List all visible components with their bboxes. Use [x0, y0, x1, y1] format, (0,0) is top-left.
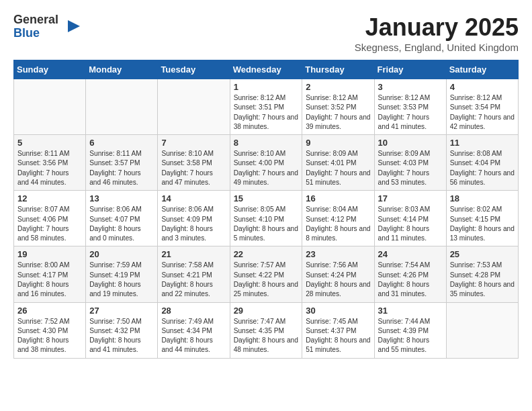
day-number: 4	[450, 82, 515, 92]
day-info: Sunrise: 8:02 AM Sunset: 4:15 PM Dayligh…	[450, 205, 515, 243]
day-info: Sunrise: 7:59 AM Sunset: 4:19 PM Dayligh…	[89, 261, 154, 299]
calendar-cell: 21Sunrise: 7:58 AM Sunset: 4:21 PM Dayli…	[158, 246, 230, 302]
calendar-cell: 15Sunrise: 8:05 AM Sunset: 4:10 PM Dayli…	[230, 191, 302, 246]
day-info: Sunrise: 8:10 AM Sunset: 4:00 PM Dayligh…	[234, 149, 299, 187]
title-section: January 2025 Skegness, England, United K…	[355, 13, 519, 53]
day-number: 19	[17, 249, 82, 259]
calendar-cell: 2Sunrise: 8:12 AM Sunset: 3:52 PM Daylig…	[302, 79, 374, 135]
calendar-cell: 16Sunrise: 8:04 AM Sunset: 4:12 PM Dayli…	[302, 191, 374, 246]
calendar-cell: 27Sunrise: 7:50 AM Sunset: 4:32 PM Dayli…	[86, 302, 158, 358]
day-info: Sunrise: 8:05 AM Sunset: 4:10 PM Dayligh…	[234, 205, 299, 243]
calendar-cell	[86, 79, 158, 135]
day-number: 1	[234, 82, 299, 92]
calendar-cell: 10Sunrise: 8:09 AM Sunset: 4:03 PM Dayli…	[374, 135, 446, 191]
day-info: Sunrise: 8:11 AM Sunset: 3:57 PM Dayligh…	[89, 149, 154, 187]
day-number: 31	[378, 306, 443, 316]
calendar-week-row: 5Sunrise: 8:11 AM Sunset: 3:56 PM Daylig…	[14, 135, 519, 191]
day-info: Sunrise: 7:54 AM Sunset: 4:26 PM Dayligh…	[378, 261, 443, 299]
day-number: 3	[378, 82, 443, 92]
calendar-cell: 29Sunrise: 7:47 AM Sunset: 4:35 PM Dayli…	[230, 302, 302, 358]
weekday-header-row: SundayMondayTuesdayWednesdayThursdayFrid…	[14, 60, 519, 79]
calendar-cell: 5Sunrise: 8:11 AM Sunset: 3:56 PM Daylig…	[14, 135, 86, 191]
page-header: General Blue January 2025 Skegness, Engl…	[13, 13, 519, 53]
calendar-cell	[446, 302, 518, 358]
calendar-cell: 26Sunrise: 7:52 AM Sunset: 4:30 PM Dayli…	[14, 302, 86, 358]
day-info: Sunrise: 7:49 AM Sunset: 4:34 PM Dayligh…	[161, 317, 226, 355]
day-info: Sunrise: 7:47 AM Sunset: 4:35 PM Dayligh…	[234, 317, 299, 355]
calendar-week-row: 12Sunrise: 8:07 AM Sunset: 4:06 PM Dayli…	[14, 191, 519, 246]
calendar-cell	[14, 79, 86, 135]
logo-icon	[61, 17, 81, 37]
logo-general: General	[13, 13, 58, 27]
day-number: 18	[450, 193, 515, 203]
day-number: 12	[17, 193, 82, 203]
day-info: Sunrise: 7:45 AM Sunset: 4:37 PM Dayligh…	[306, 317, 370, 355]
day-info: Sunrise: 8:06 AM Sunset: 4:09 PM Dayligh…	[161, 205, 226, 243]
day-info: Sunrise: 8:03 AM Sunset: 4:14 PM Dayligh…	[378, 205, 443, 243]
day-number: 17	[378, 193, 443, 203]
calendar-cell: 30Sunrise: 7:45 AM Sunset: 4:37 PM Dayli…	[302, 302, 374, 358]
day-number: 15	[234, 193, 299, 203]
day-info: Sunrise: 8:12 AM Sunset: 3:53 PM Dayligh…	[378, 93, 443, 132]
day-number: 25	[450, 249, 515, 259]
day-number: 11	[450, 138, 515, 148]
calendar-cell: 19Sunrise: 8:00 AM Sunset: 4:17 PM Dayli…	[14, 246, 86, 302]
day-number: 14	[161, 193, 226, 203]
day-info: Sunrise: 7:56 AM Sunset: 4:24 PM Dayligh…	[306, 261, 370, 299]
day-number: 20	[89, 249, 154, 259]
calendar-cell: 7Sunrise: 8:10 AM Sunset: 3:58 PM Daylig…	[158, 135, 230, 191]
day-number: 26	[17, 306, 82, 316]
day-info: Sunrise: 8:09 AM Sunset: 4:03 PM Dayligh…	[378, 149, 443, 187]
day-info: Sunrise: 8:10 AM Sunset: 3:58 PM Dayligh…	[161, 149, 226, 187]
day-number: 2	[306, 82, 370, 92]
day-info: Sunrise: 7:57 AM Sunset: 4:22 PM Dayligh…	[234, 261, 299, 299]
day-info: Sunrise: 8:04 AM Sunset: 4:12 PM Dayligh…	[306, 205, 370, 243]
svg-marker-0	[68, 20, 80, 32]
weekday-header: Tuesday	[158, 60, 230, 79]
day-number: 7	[161, 138, 226, 148]
calendar-cell: 23Sunrise: 7:56 AM Sunset: 4:24 PM Dayli…	[302, 246, 374, 302]
day-number: 10	[378, 138, 443, 148]
day-number: 27	[89, 306, 154, 316]
calendar-cell: 11Sunrise: 8:08 AM Sunset: 4:04 PM Dayli…	[446, 135, 518, 191]
calendar-cell: 25Sunrise: 7:53 AM Sunset: 4:28 PM Dayli…	[446, 246, 518, 302]
weekday-header: Friday	[374, 60, 446, 79]
day-number: 5	[17, 138, 82, 148]
calendar-cell: 9Sunrise: 8:09 AM Sunset: 4:01 PM Daylig…	[302, 135, 374, 191]
day-number: 28	[161, 306, 226, 316]
day-number: 21	[161, 249, 226, 259]
month-title: January 2025	[355, 13, 519, 42]
calendar-cell: 8Sunrise: 8:10 AM Sunset: 4:00 PM Daylig…	[230, 135, 302, 191]
day-number: 8	[234, 138, 299, 148]
day-info: Sunrise: 7:58 AM Sunset: 4:21 PM Dayligh…	[161, 261, 226, 299]
day-number: 9	[306, 138, 370, 148]
calendar-cell	[158, 79, 230, 135]
weekday-header: Saturday	[446, 60, 518, 79]
logo-blue: Blue	[13, 27, 58, 40]
location: Skegness, England, United Kingdom	[355, 42, 519, 53]
logo: General Blue	[13, 13, 81, 40]
day-number: 6	[89, 138, 154, 148]
calendar-cell: 24Sunrise: 7:54 AM Sunset: 4:26 PM Dayli…	[374, 246, 446, 302]
calendar-cell: 14Sunrise: 8:06 AM Sunset: 4:09 PM Dayli…	[158, 191, 230, 246]
calendar-cell: 28Sunrise: 7:49 AM Sunset: 4:34 PM Dayli…	[158, 302, 230, 358]
calendar-cell: 17Sunrise: 8:03 AM Sunset: 4:14 PM Dayli…	[374, 191, 446, 246]
calendar-cell: 18Sunrise: 8:02 AM Sunset: 4:15 PM Dayli…	[446, 191, 518, 246]
day-number: 16	[306, 193, 370, 203]
day-info: Sunrise: 8:06 AM Sunset: 4:07 PM Dayligh…	[89, 205, 154, 243]
day-number: 29	[234, 306, 299, 316]
calendar-week-row: 19Sunrise: 8:00 AM Sunset: 4:17 PM Dayli…	[14, 246, 519, 302]
calendar-cell: 1Sunrise: 8:12 AM Sunset: 3:51 PM Daylig…	[230, 79, 302, 135]
calendar-cell: 12Sunrise: 8:07 AM Sunset: 4:06 PM Dayli…	[14, 191, 86, 246]
weekday-header: Sunday	[14, 60, 86, 79]
day-info: Sunrise: 8:00 AM Sunset: 4:17 PM Dayligh…	[17, 261, 82, 299]
weekday-header: Wednesday	[230, 60, 302, 79]
day-info: Sunrise: 8:12 AM Sunset: 3:51 PM Dayligh…	[234, 93, 299, 132]
calendar-cell: 4Sunrise: 8:12 AM Sunset: 3:54 PM Daylig…	[446, 79, 518, 135]
day-info: Sunrise: 8:09 AM Sunset: 4:01 PM Dayligh…	[306, 149, 370, 187]
weekday-header: Monday	[86, 60, 158, 79]
day-number: 23	[306, 249, 370, 259]
day-number: 22	[234, 249, 299, 259]
day-info: Sunrise: 7:44 AM Sunset: 4:39 PM Dayligh…	[378, 317, 443, 355]
day-info: Sunrise: 7:53 AM Sunset: 4:28 PM Dayligh…	[450, 261, 515, 299]
